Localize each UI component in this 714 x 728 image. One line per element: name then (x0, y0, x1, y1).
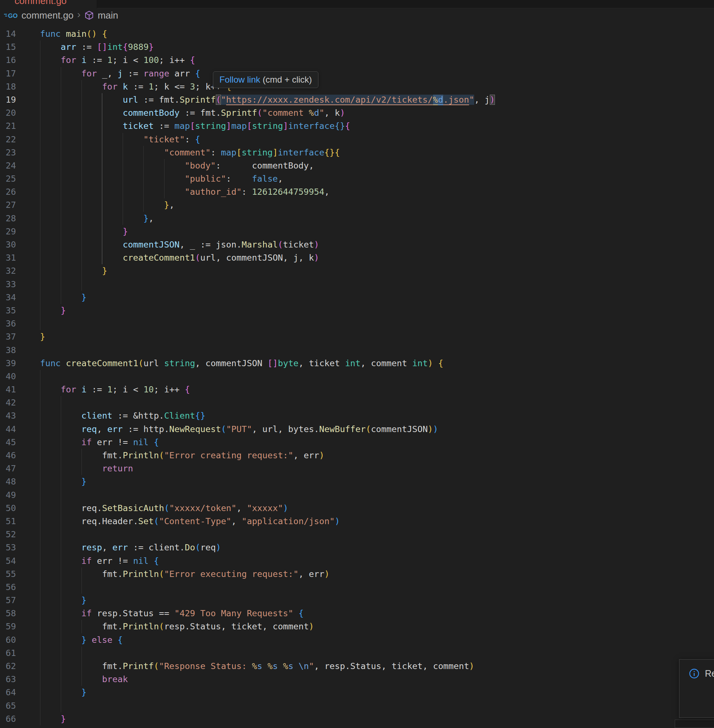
line-number[interactable]: 65 (0, 699, 16, 712)
line-number[interactable]: 28 (0, 212, 16, 225)
line-number[interactable]: 38 (0, 344, 16, 357)
line-number[interactable]: 41 (0, 383, 16, 396)
code-line[interactable]: 25"public": false, (0, 172, 714, 185)
line-number[interactable]: 48 (0, 475, 16, 488)
line-number[interactable]: 37 (0, 330, 16, 343)
code-line[interactable]: 39func createComment1(url string, commen… (0, 357, 714, 370)
line-number[interactable]: 45 (0, 436, 16, 449)
breadcrumb-symbol[interactable]: main (84, 10, 118, 21)
line-number[interactable]: 67 (0, 725, 16, 728)
code-line[interactable]: 38 (0, 344, 714, 357)
code-line[interactable]: 28}, (0, 212, 714, 225)
code-line[interactable]: 43client := &http.Client{} (0, 409, 714, 422)
line-number[interactable]: 55 (0, 567, 16, 581)
code-line[interactable]: 59fmt.Println(resp.Status, ticket, comme… (0, 620, 714, 633)
code-line[interactable]: 41for i := 1; i < 10; i++ { (0, 383, 714, 396)
code-line[interactable]: 18for k := 1; k <= 3; k++ { (0, 80, 714, 93)
code-line[interactable]: 58if resp.Status == "429 Too Many Reques… (0, 607, 714, 620)
code-line[interactable]: 57} (0, 594, 714, 607)
code-line[interactable]: 67} (0, 725, 714, 728)
code-line[interactable]: 32} (0, 264, 714, 278)
code-line[interactable]: 21ticket := map[string]map[string]interf… (0, 119, 714, 132)
line-number[interactable]: 27 (0, 198, 16, 212)
follow-link-text[interactable]: Follow link (219, 75, 260, 84)
code-line[interactable]: 52 (0, 528, 714, 541)
line-number[interactable]: 44 (0, 423, 16, 436)
code-line[interactable]: 15arr := []int{9889} (0, 41, 714, 54)
code-line[interactable]: 49 (0, 488, 714, 501)
code-line[interactable]: 23"comment": map[string]interface{}{ (0, 146, 714, 159)
line-number[interactable]: 32 (0, 264, 16, 278)
code-line[interactable]: 37} (0, 330, 714, 343)
line-number[interactable]: 61 (0, 647, 16, 660)
code-line[interactable]: 46fmt.Println("Error creating request:",… (0, 449, 714, 462)
code-line[interactable]: 34} (0, 291, 714, 304)
line-number[interactable]: 20 (0, 106, 16, 119)
code-line[interactable]: 24"body": commentBody, (0, 159, 714, 172)
code-line[interactable]: 66} (0, 712, 714, 725)
code-line[interactable]: 27}, (0, 198, 714, 212)
line-number[interactable]: 23 (0, 146, 16, 159)
line-number[interactable]: 49 (0, 488, 16, 501)
code-line[interactable]: 64} (0, 686, 714, 699)
line-number[interactable]: 56 (0, 581, 16, 594)
notification-toast-secondary[interactable] (675, 720, 714, 728)
notification-toast[interactable]: Res (679, 659, 714, 718)
line-number[interactable]: 50 (0, 501, 16, 515)
line-number[interactable]: 60 (0, 633, 16, 647)
code-line[interactable]: 63break (0, 672, 714, 686)
line-number[interactable]: 47 (0, 462, 16, 475)
line-number[interactable]: 26 (0, 185, 16, 198)
line-number[interactable]: 63 (0, 672, 16, 686)
code-line[interactable]: 36 (0, 317, 714, 330)
code-line[interactable]: 56 (0, 581, 714, 594)
line-number[interactable]: 40 (0, 370, 16, 383)
line-number[interactable]: 36 (0, 317, 16, 330)
code-line[interactable]: 42 (0, 396, 714, 409)
line-number[interactable]: 24 (0, 159, 16, 172)
line-number[interactable]: 34 (0, 291, 16, 304)
code-line[interactable]: 17for _, j := range arr { (0, 67, 714, 80)
line-number[interactable]: 51 (0, 515, 16, 528)
line-number[interactable]: 46 (0, 449, 16, 462)
code-line[interactable]: 45if err != nil { (0, 436, 714, 449)
code-line[interactable]: 33 (0, 278, 714, 291)
tab-comment-go[interactable]: comment.go (0, 0, 97, 8)
code-line[interactable]: 51req.Header.Set("Content-Type", "applic… (0, 515, 714, 528)
code-line[interactable]: 29} (0, 225, 714, 238)
line-number[interactable]: 59 (0, 620, 16, 633)
line-number[interactable]: 54 (0, 554, 16, 567)
code-line[interactable]: 44req, err := http.NewRequest("PUT", url… (0, 423, 714, 436)
line-number[interactable]: 16 (0, 54, 16, 67)
line-number[interactable]: 30 (0, 238, 16, 251)
line-number[interactable]: 39 (0, 357, 16, 370)
code-editor[interactable]: 14func main() {15arr := []int{9889}16for… (0, 22, 714, 728)
line-number[interactable]: 17 (0, 67, 16, 80)
code-line[interactable]: 19url := fmt.Sprintf("https://xxxx.zende… (0, 93, 714, 106)
line-number[interactable]: 52 (0, 528, 16, 541)
line-number[interactable]: 19 (0, 93, 16, 106)
line-number[interactable]: 22 (0, 133, 16, 146)
line-number[interactable]: 15 (0, 41, 16, 54)
line-number[interactable]: 64 (0, 686, 16, 699)
line-number[interactable]: 21 (0, 119, 16, 132)
line-number[interactable]: 53 (0, 541, 16, 554)
code-line[interactable]: 50req.SetBasicAuth("xxxxx/token", "xxxxx… (0, 501, 714, 515)
code-line[interactable]: 31createComment1(url, commentJSON, j, k) (0, 251, 714, 264)
line-number[interactable]: 42 (0, 396, 16, 409)
line-number[interactable]: 25 (0, 172, 16, 185)
line-number[interactable]: 29 (0, 225, 16, 238)
code-line[interactable]: 30commentJSON, _ := json.Marshal(ticket) (0, 238, 714, 251)
code-line[interactable]: 53resp, err := client.Do(req) (0, 541, 714, 554)
code-line[interactable]: 62fmt.Printf("Response Status: %s %s %s … (0, 660, 714, 672)
line-number[interactable]: 31 (0, 251, 16, 264)
code-line[interactable]: 20commentBody := fmt.Sprintf("comment %d… (0, 106, 714, 119)
line-number[interactable]: 43 (0, 409, 16, 422)
code-line[interactable]: 22"ticket": { (0, 133, 714, 146)
code-line[interactable]: 48} (0, 475, 714, 488)
line-number[interactable]: 33 (0, 278, 16, 291)
code-line[interactable]: 55fmt.Println("Error executing request:"… (0, 567, 714, 581)
line-number[interactable]: 66 (0, 712, 16, 725)
line-number[interactable]: 14 (0, 27, 16, 41)
code-line[interactable]: 40 (0, 370, 714, 383)
